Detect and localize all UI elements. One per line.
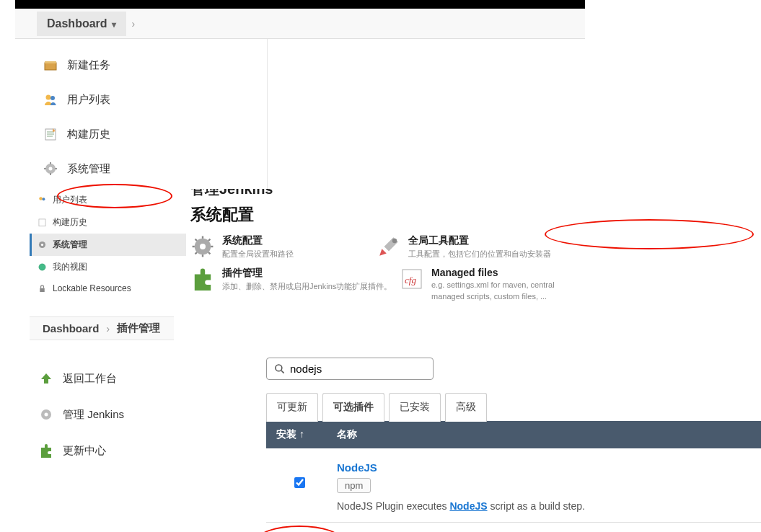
cfg-file-icon: cfg — [400, 267, 424, 291]
lock-icon — [37, 283, 47, 293]
breadcrumb-separator: › — [132, 18, 136, 30]
svg-point-19 — [38, 264, 45, 270]
sidebar-item-label: 返回工作台 — [63, 372, 117, 386]
gear-icon — [43, 161, 58, 177]
sidebar-item-label: 我的视图 — [53, 261, 87, 273]
sidebar-item-build-history[interactable]: 构建历史 — [30, 117, 267, 151]
breadcrumb-dashboard[interactable]: Dashboard — [37, 12, 126, 36]
plugin-name[interactable]: NodeJS — [337, 461, 585, 474]
svg-line-29 — [195, 252, 197, 254]
breadcrumb-plugins[interactable]: 插件管理 — [117, 322, 160, 335]
sidebar-item-users[interactable]: 用户列表 — [30, 82, 267, 117]
config-card-managed-files[interactable]: cfg Managed files e.g. settings.xml for … — [400, 267, 579, 302]
tools-icon — [377, 234, 401, 259]
sidebar-item-label: 更新中心 — [63, 444, 106, 458]
card-desc: 添加、删除、禁用或启用Jenkins功能扩展插件。 — [222, 281, 392, 292]
gear-icon — [190, 234, 215, 259]
svg-point-14 — [39, 197, 43, 200]
svg-point-18 — [40, 244, 43, 246]
sidebar-item-label: 新建任务 — [67, 58, 110, 72]
tab-installed[interactable]: 已安装 — [389, 393, 441, 422]
sidebar-item-my-views[interactable]: 我的视图 — [30, 256, 186, 278]
breadcrumb-dashboard-label: Dashboard — [47, 17, 107, 30]
tab-updatable[interactable]: 可更新 — [266, 393, 318, 422]
card-title: 全局工具配置 — [408, 234, 551, 247]
breadcrumb-bar-2: Dashboard › 插件管理 — [30, 316, 174, 340]
sidebar-item-system-manage-2[interactable]: 系统管理 — [30, 234, 186, 256]
svg-point-31 — [392, 239, 397, 243]
tab-available[interactable]: 可选插件 — [322, 393, 384, 422]
users-icon — [37, 195, 47, 205]
gear-icon — [38, 407, 54, 422]
sidebar-item-label: 构建历史 — [67, 128, 110, 141]
globe-icon — [37, 262, 47, 272]
sidebar-item-lockable[interactable]: Lockable Resources — [30, 278, 186, 298]
svg-line-37 — [281, 371, 284, 373]
sidebar-item-manage-jenkins[interactable]: 管理 Jenkins — [30, 396, 266, 433]
sidebar-item-system-manage[interactable]: 系统管理 — [30, 151, 267, 186]
svg-line-28 — [208, 252, 210, 254]
gear-icon — [37, 240, 47, 250]
svg-rect-16 — [38, 219, 45, 226]
card-desc: 配置全局设置和路径 — [222, 249, 294, 260]
page-title-partial: 管理Jenkins — [190, 189, 761, 201]
plugin-checkbox[interactable] — [294, 477, 305, 488]
sidebar-compact: 用户列表 构建历史 系统管理 我的视图 Lockable Resources — [30, 189, 186, 298]
th-install[interactable]: 安装 ↑ — [276, 428, 322, 441]
plugin-tag: npm — [337, 478, 371, 493]
svg-point-9 — [49, 167, 53, 171]
svg-point-22 — [200, 244, 206, 249]
plugin-desc-link[interactable]: NodeJS — [449, 500, 487, 512]
actions-row: 直接安装 下载待重启后安装 2 小时 54 分 之前获取了更新信息 立即获取 — [266, 523, 761, 532]
svg-rect-0 — [45, 63, 56, 70]
sidebar-item-label: 构建历史 — [53, 216, 87, 229]
card-desc: 工具配置，包括它们的位置和自动安装器 — [408, 249, 551, 260]
config-card-plugins[interactable]: 插件管理 添加、删除、禁用或启用Jenkins功能扩展插件。 — [190, 267, 392, 292]
sidebar-item-back[interactable]: 返回工作台 — [30, 360, 266, 396]
notepad-icon — [43, 126, 58, 142]
notepad-icon — [37, 218, 47, 228]
sidebar-plugins: 返回工作台 管理 Jenkins 更新中心 — [30, 340, 266, 532]
svg-point-2 — [46, 95, 51, 100]
plugin-row: NodeJS npm NodeJS Plugin executes NodeJS… — [266, 448, 761, 523]
config-card-tools[interactable]: 全局工具配置 工具配置，包括它们的位置和自动安装器 — [377, 234, 555, 260]
sidebar-item-label: 管理 Jenkins — [63, 408, 124, 422]
breadcrumb-separator: › — [106, 322, 110, 334]
plugin-table-head: 安装 ↑ 名称 — [266, 421, 761, 448]
plugin-desc-text: NodeJS Plugin executes — [337, 500, 449, 512]
sidebar-item-update-center[interactable]: 更新中心 — [30, 433, 266, 469]
search-input[interactable] — [290, 363, 426, 375]
sidebar-item-label: 用户列表 — [53, 194, 87, 206]
card-desc: e.g. settings.xml for maven, central man… — [431, 280, 579, 302]
sidebar-item-build-history-2[interactable]: 构建历史 — [30, 211, 186, 234]
sidebar-item-new-job[interactable]: 新建任务 — [30, 48, 267, 82]
top-bar — [15, 0, 585, 9]
arrow-up-icon — [38, 371, 54, 386]
config-card-system[interactable]: 系统配置 配置全局设置和路径 — [190, 234, 369, 260]
svg-point-15 — [42, 198, 45, 200]
card-title: 插件管理 — [222, 267, 392, 280]
highlight-ellipse-3 — [256, 526, 343, 532]
search-box[interactable] — [266, 358, 434, 380]
svg-line-27 — [195, 239, 197, 241]
plugin-desc-text: script as a build step. — [488, 500, 585, 512]
puzzle-icon — [190, 267, 215, 291]
search-icon — [274, 363, 286, 375]
tabs: 可更新 可选插件 已安装 高级 — [266, 393, 761, 422]
sidebar-item-label: Lockable Resources — [53, 283, 131, 293]
sidebar-item-label: 系统管理 — [53, 239, 87, 251]
puzzle-icon — [38, 443, 54, 458]
breadcrumb-dashboard-2[interactable]: Dashboard — [43, 322, 99, 334]
breadcrumb-bar: Dashboard › — [15, 9, 585, 39]
sidebar-main: 新建任务 用户列表 构建历史 系统管理 — [30, 39, 268, 195]
card-title: Managed files — [431, 267, 579, 278]
th-name[interactable]: 名称 — [337, 428, 357, 441]
sidebar-item-label: 系统管理 — [67, 162, 110, 176]
sidebar-item-label: 用户列表 — [67, 93, 110, 107]
card-title: 系统配置 — [222, 234, 294, 247]
sidebar-item-users-2[interactable]: 用户列表 — [30, 189, 186, 211]
package-icon — [43, 57, 58, 73]
tab-advanced[interactable]: 高级 — [445, 393, 487, 422]
svg-point-3 — [50, 96, 55, 100]
svg-text:cfg: cfg — [405, 275, 416, 285]
